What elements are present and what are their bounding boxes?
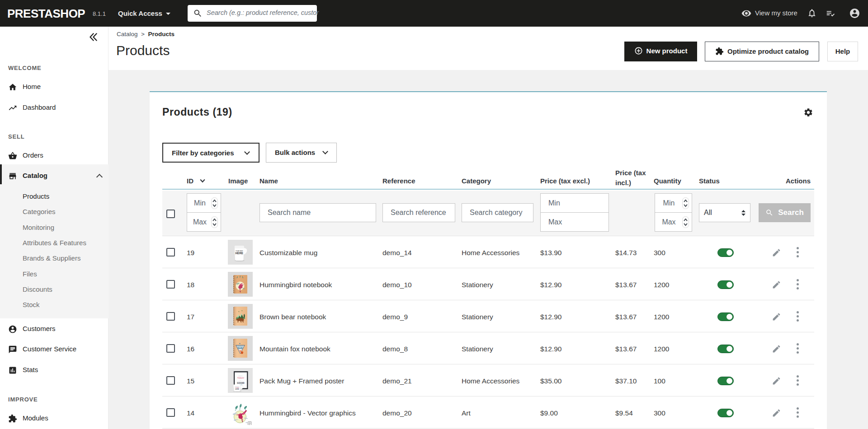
svg-text:GOOD: GOOD: [237, 382, 245, 384]
svg-text:GOOD: GOOD: [235, 388, 239, 390]
svg-text:— IS A —: — IS A —: [239, 380, 243, 381]
svg-text:HERE: HERE: [236, 252, 244, 255]
svg-text:SOME SAY: SOME SAY: [235, 386, 240, 387]
svg-text:SOME SAY: SOME SAY: [238, 375, 243, 376]
svg-text:TODAY: TODAY: [237, 377, 245, 379]
